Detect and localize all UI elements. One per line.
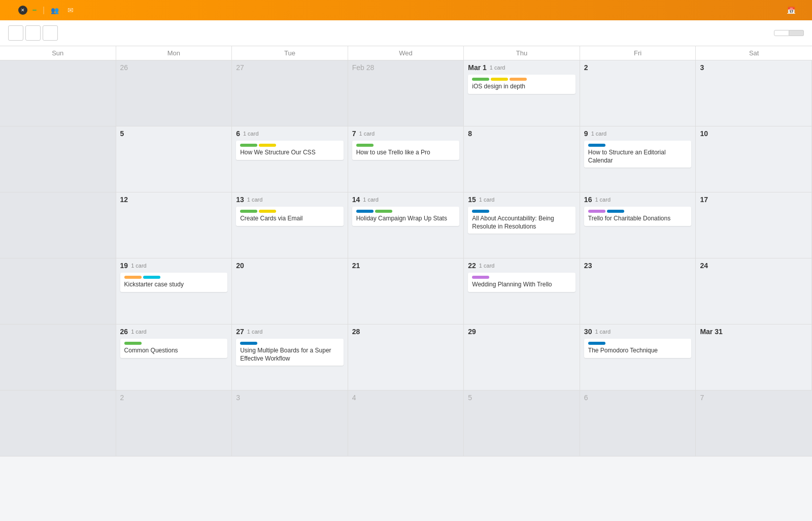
month-view-button[interactable]: [789, 30, 804, 36]
day-number: 14: [352, 196, 360, 204]
day-number: 30: [584, 328, 592, 336]
cal-cell-w5d5[interactable]: 6: [580, 390, 696, 457]
day-number: 8: [468, 129, 472, 138]
day-header: 5: [468, 394, 576, 402]
label-tag-green: [472, 78, 489, 81]
cal-cell-w1d5[interactable]: 91 cardHow to Structure an Editorial Cal…: [580, 126, 696, 192]
day-number: 10: [700, 129, 708, 138]
card-count: 1 card: [247, 329, 263, 335]
cal-cell-w2d2[interactable]: 131 cardCreate Cards via Email: [232, 192, 348, 258]
cal-cell-w3d0[interactable]: [0, 258, 116, 324]
week-view-button[interactable]: [774, 30, 789, 36]
cal-cell-w2d5[interactable]: 161 cardTrello for Charitable Donations: [580, 192, 696, 258]
down-button[interactable]: [43, 25, 58, 41]
calendar-grid: 2627Feb 28Mar 11 cardiOS design in depth…: [0, 60, 812, 457]
team-icon: 👥: [51, 7, 59, 14]
prev-button[interactable]: [8, 25, 23, 41]
cal-cell-w1d0[interactable]: [0, 126, 116, 192]
cal-cell-w5d3[interactable]: 4: [348, 390, 464, 457]
cal-cell-w4d2[interactable]: 271 cardUsing Multiple Boards for a Supe…: [232, 324, 348, 390]
calendar-card[interactable]: How to use Trello like a Pro: [352, 141, 460, 160]
cal-cell-w0d2[interactable]: 27: [232, 60, 348, 126]
cal-cell-w1d6[interactable]: 10: [696, 126, 812, 192]
cal-cell-w2d6[interactable]: 17: [696, 192, 812, 258]
calendar-icon: 📅: [787, 7, 795, 14]
label-tag-yellow: [259, 210, 276, 213]
label-tag-green: [124, 342, 142, 345]
calendar-card[interactable]: Kickstarter case study: [120, 273, 228, 292]
day-header: 10: [700, 129, 807, 138]
card-title: Trello for Charitable Donations: [588, 215, 688, 223]
label-tag-blue: [356, 210, 374, 213]
cal-cell-w2d3[interactable]: 141 cardHoliday Campaign Wrap Up Stats: [348, 192, 464, 258]
cal-cell-w4d4[interactable]: 29: [464, 324, 580, 390]
cal-cell-w3d4[interactable]: 221 cardWedding Planning With Trello: [464, 258, 580, 324]
cal-cell-w4d5[interactable]: 301 cardThe Pomodoro Technique: [580, 324, 696, 390]
org-badge[interactable]: ✕: [18, 6, 37, 15]
calendar-card[interactable]: Holiday Campaign Wrap Up Stats: [352, 207, 460, 226]
cal-cell-w1d4[interactable]: 8: [464, 126, 580, 192]
cal-cell-w3d3[interactable]: 21: [348, 258, 464, 324]
day-header: 301 card: [584, 328, 692, 336]
cal-cell-w0d1[interactable]: 26: [116, 60, 232, 126]
day-header: Feb 28: [352, 63, 460, 72]
notification-icon[interactable]: ✉: [67, 6, 74, 14]
calendar-card[interactable]: Create Cards via Email: [236, 207, 344, 226]
label-tag-green: [356, 144, 374, 147]
cal-cell-w1d1[interactable]: 5: [116, 126, 232, 192]
cal-cell-w3d1[interactable]: 191 cardKickstarter case study: [116, 258, 232, 324]
day-number: 22: [468, 262, 476, 270]
calendar-card[interactable]: Trello for Charitable Donations: [584, 207, 692, 226]
day-header: 26: [120, 63, 228, 72]
cal-cell-w0d6[interactable]: 3: [696, 60, 812, 126]
cal-cell-w5d2[interactable]: 3: [232, 390, 348, 457]
card-labels: [240, 144, 340, 147]
day-number: 13: [236, 196, 244, 204]
cal-cell-w4d6[interactable]: Mar 31: [696, 324, 812, 390]
card-title: How We Structure Our CSS: [240, 149, 340, 157]
cal-cell-w2d1[interactable]: 12: [116, 192, 232, 258]
card-labels: [356, 144, 456, 147]
day-header: 221 card: [468, 262, 576, 270]
calendar-card[interactable]: How to Structure an Editorial Calendar: [584, 141, 692, 168]
calendar-card[interactable]: Using Multiple Boards for a Super Effect…: [236, 339, 344, 366]
day-number: 5: [468, 394, 472, 402]
cal-cell-w2d0[interactable]: [0, 192, 116, 258]
day-number: 20: [236, 262, 244, 270]
calendar-link[interactable]: 📅: [787, 7, 798, 14]
cal-cell-w4d3[interactable]: 28: [348, 324, 464, 390]
cal-cell-w3d2[interactable]: 20: [232, 258, 348, 324]
label-tag-green: [375, 210, 392, 213]
day-number: 24: [700, 262, 708, 270]
calendar-card[interactable]: iOS design in depth: [468, 75, 576, 94]
cal-cell-w2d4[interactable]: 151 cardAll About Accountability: Being …: [464, 192, 580, 258]
day-number: 4: [352, 394, 356, 402]
dow-cell-thu: Thu: [464, 46, 580, 60]
cal-cell-w0d3[interactable]: Feb 28: [348, 60, 464, 126]
cal-cell-w0d0[interactable]: [0, 60, 116, 126]
up-button[interactable]: [25, 25, 41, 41]
cal-cell-w0d4[interactable]: Mar 11 cardiOS design in depth: [464, 60, 580, 126]
cal-cell-w0d5[interactable]: 2: [580, 60, 696, 126]
cal-cell-w5d0[interactable]: [0, 390, 116, 457]
calendar-card[interactable]: All About Accountability: Being Resolute…: [468, 207, 576, 234]
cal-cell-w5d4[interactable]: 5: [464, 390, 580, 457]
cal-cell-w1d3[interactable]: 71 cardHow to use Trello like a Pro: [348, 126, 464, 192]
cal-cell-w3d6[interactable]: 24: [696, 258, 812, 324]
calendar-card[interactable]: The Pomodoro Technique: [584, 339, 692, 358]
cal-cell-w4d1[interactable]: 261 cardCommon Questions: [116, 324, 232, 390]
cal-cell-w5d1[interactable]: 2: [116, 390, 232, 457]
card-labels: [472, 78, 571, 81]
calendar-card[interactable]: Common Questions: [120, 339, 228, 358]
card-count: 1 card: [591, 131, 607, 137]
cal-cell-w5d6[interactable]: 7: [696, 390, 812, 457]
calendar-card[interactable]: How We Structure Our CSS: [236, 141, 344, 160]
calendar-card[interactable]: Wedding Planning With Trello: [468, 273, 576, 292]
day-header: 2: [120, 394, 228, 402]
day-header: Mar 11 card: [468, 63, 576, 72]
cal-cell-w3d5[interactable]: 23: [580, 258, 696, 324]
cal-cell-w1d2[interactable]: 61 cardHow We Structure Our CSS: [232, 126, 348, 192]
dow-cell-mon: Mon: [116, 46, 232, 60]
day-header: Mar 31: [700, 328, 807, 336]
cal-cell-w4d0[interactable]: [0, 324, 116, 390]
